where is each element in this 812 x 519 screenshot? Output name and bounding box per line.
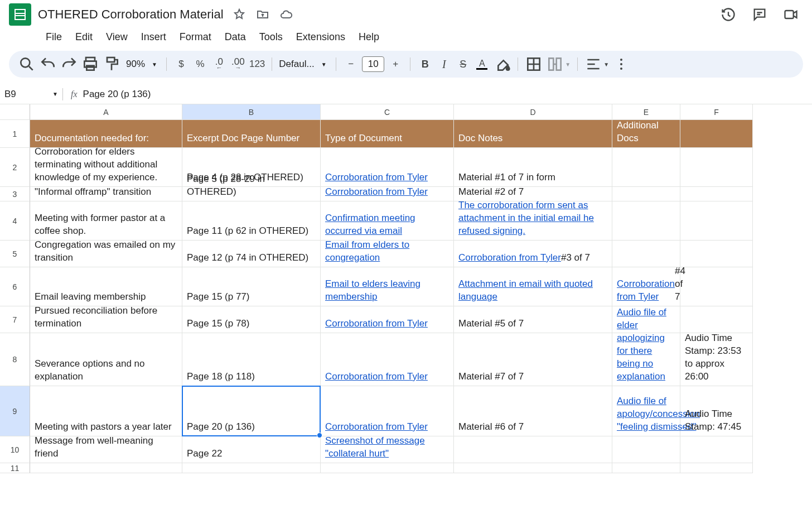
menu-tools[interactable]: Tools	[254, 28, 288, 46]
move-icon[interactable]	[256, 8, 269, 21]
cell-C3[interactable]: Corroboration from Tyler	[321, 187, 454, 201]
cell-E10[interactable]	[612, 436, 680, 463]
row-header-4[interactable]: 4	[0, 201, 30, 241]
cell-E4[interactable]	[612, 201, 680, 241]
cell-F7[interactable]	[680, 306, 753, 333]
fill-color-button[interactable]	[493, 55, 511, 73]
bold-button[interactable]: B	[417, 55, 433, 73]
row-header-8[interactable]: 8	[0, 333, 30, 386]
header-cell-D[interactable]: Doc Notes	[454, 120, 612, 148]
cell-B9[interactable]: Page 20 (p 136)	[182, 386, 321, 436]
comment-icon[interactable]	[752, 7, 767, 22]
cell-A6[interactable]: Email leaving membership	[30, 267, 182, 306]
menu-file[interactable]: File	[40, 28, 67, 46]
cell-D7[interactable]: Material #5 of 7	[454, 306, 612, 333]
header-cell-E[interactable]: Additional Docs	[612, 120, 680, 148]
cell-E9[interactable]: Audio file of apology/concession "feelin…	[612, 386, 680, 436]
cell-C10[interactable]: Screenshot of message "collateral hurt"	[321, 436, 454, 463]
cell-C2[interactable]: Corroboration from Tyler	[321, 148, 454, 187]
cell-B8[interactable]: Page 18 (p 118)	[182, 333, 321, 386]
cell-E2[interactable]	[612, 148, 680, 187]
row-header-3[interactable]: 3	[0, 187, 30, 201]
cell-A11[interactable]	[30, 463, 182, 473]
decrease-decimal-button[interactable]: .0←	[211, 55, 227, 73]
currency-button[interactable]: $	[173, 55, 189, 73]
menu-data[interactable]: Data	[219, 28, 252, 46]
percent-button[interactable]: %	[192, 55, 208, 73]
cell-A7[interactable]: Pursued reconciliation before terminatio…	[30, 306, 182, 333]
cell-A9[interactable]: Meeting with pastors a year later	[30, 386, 182, 436]
row-header-11[interactable]: 11	[0, 463, 30, 473]
cell-F4[interactable]	[680, 201, 753, 241]
cell-B11[interactable]	[182, 463, 321, 473]
paint-format-icon[interactable]	[103, 55, 120, 73]
history-icon[interactable]	[721, 7, 736, 22]
cell-B10[interactable]: Page 22	[182, 436, 321, 463]
strike-button[interactable]: S	[455, 55, 471, 73]
cell-B4[interactable]: Page 11 (p 62 in OTHERED)	[182, 201, 321, 241]
sheets-icon[interactable]	[9, 3, 31, 26]
star-icon[interactable]	[233, 8, 246, 21]
header-cell-C[interactable]: Type of Document	[321, 120, 454, 148]
col-header-D[interactable]: D	[454, 104, 612, 120]
doc-title[interactable]: OTHERED Corroboration Material	[38, 7, 224, 22]
menu-view[interactable]: View	[100, 28, 133, 46]
cell-F2[interactable]	[680, 148, 753, 187]
undo-icon[interactable]	[39, 55, 57, 73]
cell-F9[interactable]: Audio Time Stamp: 47:45	[680, 386, 753, 436]
redo-icon[interactable]	[60, 55, 78, 73]
select-all-corner[interactable]	[0, 104, 30, 120]
cell-C4[interactable]: Confirmation meeting occurred via email	[321, 201, 454, 241]
header-cell-B[interactable]: Excerpt Doc Page Number	[182, 120, 321, 148]
align-button[interactable]: ▼	[584, 55, 609, 73]
row-header-1[interactable]: 1	[0, 120, 30, 148]
more-button[interactable]	[612, 55, 630, 73]
cell-B6[interactable]: Page 15 (p 77)	[182, 267, 321, 306]
text-color-button[interactable]: A	[474, 55, 490, 73]
cell-D5[interactable]: Corroboration from Tyler #3 of 7	[454, 241, 612, 267]
row-header-5[interactable]: 5	[0, 241, 30, 267]
cell-F3[interactable]	[680, 187, 753, 201]
search-icon[interactable]	[18, 55, 36, 73]
header-cell-F[interactable]	[680, 120, 753, 148]
col-header-B[interactable]: B	[182, 104, 321, 120]
cell-A3[interactable]: "Informal offramp" transition	[30, 187, 182, 201]
cell-C7[interactable]: Corroboration from Tyler	[321, 306, 454, 333]
cell-B5[interactable]: Page 12 (p 74 in OTHERED)	[182, 241, 321, 267]
cell-D9[interactable]: Material #6 of 7	[454, 386, 612, 436]
col-header-C[interactable]: C	[321, 104, 454, 120]
row-header-9[interactable]: 9	[0, 386, 30, 436]
menu-extensions[interactable]: Extensions	[291, 28, 351, 46]
cell-C8[interactable]: Corroboration from Tyler	[321, 333, 454, 386]
cell-C9[interactable]: Corroboration from Tyler	[321, 386, 454, 436]
header-cell-A[interactable]: Documentation needed for:	[30, 120, 182, 148]
cell-A4[interactable]: Meeting with former pastor at a coffee s…	[30, 201, 182, 241]
row-header-10[interactable]: 10	[0, 436, 30, 463]
cell-F5[interactable]	[680, 241, 753, 267]
cell-D10[interactable]	[454, 436, 612, 463]
print-icon[interactable]	[81, 55, 99, 73]
decrease-font-button[interactable]: −	[343, 55, 359, 73]
cell-D2[interactable]: Material #1 of 7 in form	[454, 148, 612, 187]
cell-C11[interactable]	[321, 463, 454, 473]
cell-F8[interactable]: Audio Time Stamp: 23:53 to approx 26:00	[680, 333, 753, 386]
cell-E11[interactable]	[612, 463, 680, 473]
italic-button[interactable]: I	[436, 55, 452, 73]
increase-decimal-button[interactable]: .00→	[230, 55, 246, 73]
cell-E5[interactable]	[612, 241, 680, 267]
cell-A2[interactable]: Corroboration for elders terminating wit…	[30, 148, 182, 187]
zoom-select[interactable]: 90%▼	[124, 59, 160, 70]
row-header-2[interactable]: 2	[0, 148, 30, 187]
cell-F10[interactable]	[680, 436, 753, 463]
increase-font-button[interactable]: +	[388, 55, 403, 73]
merge-button[interactable]: ▼	[546, 55, 571, 73]
menu-insert[interactable]: Insert	[136, 28, 172, 46]
cell-E3[interactable]	[612, 187, 680, 201]
cell-C6[interactable]: Email to elders leaving membership	[321, 267, 454, 306]
cell-D6[interactable]: Attachment in email with quoted language	[454, 267, 612, 306]
cell-D4[interactable]: The corroboration form sent as attachmen…	[454, 201, 612, 241]
borders-button[interactable]	[525, 55, 543, 73]
spreadsheet-grid[interactable]: ABCDEF1Documentation needed for:Excerpt …	[0, 104, 812, 473]
font-size-input[interactable]: 10	[362, 56, 384, 72]
menu-edit[interactable]: Edit	[70, 28, 98, 46]
